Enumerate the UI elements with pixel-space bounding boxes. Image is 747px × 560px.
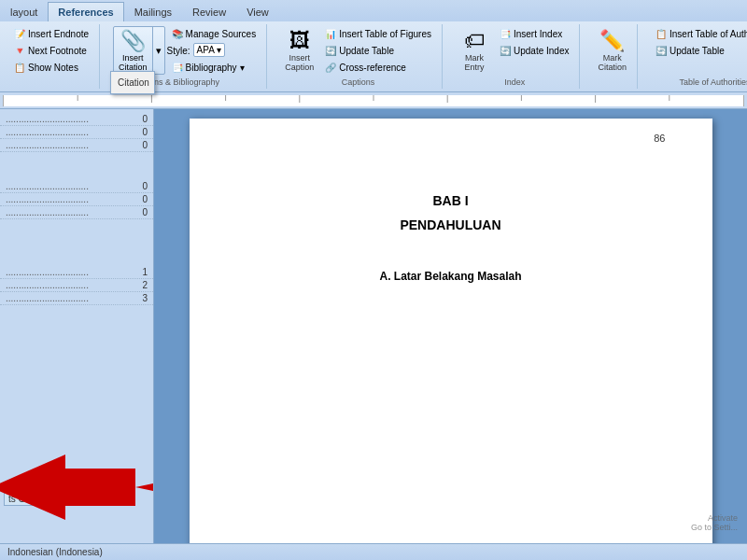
show-notes-icon: 📋 xyxy=(14,63,25,73)
table-authorities-group: 📋 Insert Table of Authorities 🔄 Update T… xyxy=(645,24,747,89)
tab-mailings[interactable]: Mailings xyxy=(124,2,182,21)
endnote-icon: 📝 xyxy=(14,29,25,39)
tab-review[interactable]: Review xyxy=(182,2,236,21)
insert-endnote-button[interactable]: 📝 Insert Endnote xyxy=(9,26,93,42)
update-auth-icon: 🔄 xyxy=(655,46,667,56)
activate-watermark: Activate Go to Setti... xyxy=(691,513,738,532)
list-item: ................................ 0 xyxy=(0,139,153,152)
update-index-button[interactable]: 🔄 Update Index xyxy=(495,43,574,59)
table-figures-icon: 📊 xyxy=(325,29,336,39)
ruler xyxy=(3,95,744,106)
update-index-icon: 🔄 xyxy=(500,46,511,56)
citation-dropdown-item[interactable]: Citation xyxy=(115,76,150,90)
index-group: 🏷 Mark Entry 📑 Insert Index 🔄 Update Ind… xyxy=(450,24,581,89)
gallery-label[interactable]: ts Gallery... xyxy=(4,492,60,506)
list-item: ................................ 0 xyxy=(0,126,153,139)
sidebar-panel: ................................ 0 .....… xyxy=(0,109,154,560)
svg-marker-11 xyxy=(0,455,65,520)
insert-index-button[interactable]: 📑 Insert Index xyxy=(495,26,574,42)
style-select[interactable]: APA ▾ xyxy=(193,43,225,57)
tab-layout[interactable]: layout xyxy=(0,2,48,21)
mark-citation-icon: ✏️ xyxy=(599,29,625,53)
mark-citation-buttons: ✏️ Mark Citation xyxy=(593,26,631,85)
bibliography-button[interactable]: 📑 Bibliography ▾ xyxy=(167,60,261,76)
list-item: ................................ 0 xyxy=(0,193,153,206)
spacer2 xyxy=(0,219,153,266)
list-item: ................................ 0 xyxy=(0,180,153,193)
spacer xyxy=(0,152,153,180)
style-bib-group: 📚 Manage Sources Style: APA ▾ 📑 Bibliogr… xyxy=(167,26,261,76)
document-page: 86 BAB I PENDAHULUAN A. Latar Belakang M… xyxy=(190,119,712,560)
mark-citation-group: ✏️ Mark Citation xyxy=(587,24,638,89)
list-item: ................................ 0 xyxy=(0,206,153,219)
insert-caption-button[interactable]: 🖼 Insert Caption xyxy=(280,26,318,75)
captions-group: 🖼 Insert Caption 📊 Insert Table of Figur… xyxy=(275,24,443,89)
index-label: Index xyxy=(456,77,574,87)
tabs-bar: layout References Mailings Review View xyxy=(0,0,747,21)
update-table-button[interactable]: 🔄 Update Table xyxy=(320,43,436,59)
dropdown-panel: Citation xyxy=(110,71,155,94)
table-auth-small: 📋 Insert Table of Authorities 🔄 Update T… xyxy=(651,26,747,59)
language-status: Indonesian (Indonesia) xyxy=(7,547,103,557)
update-table-auth-button[interactable]: 🔄 Update Table xyxy=(651,43,747,59)
mark-entry-icon: 🏷 xyxy=(464,29,485,53)
svg-rect-12 xyxy=(65,469,135,506)
list-item: ................................ 0 xyxy=(0,113,153,126)
insert-citation-dropdown[interactable]: ▾ xyxy=(152,27,164,74)
status-bar: Indonesian (Indonesia) xyxy=(0,543,747,560)
svg-marker-10 xyxy=(135,455,154,520)
index-small: 📑 Insert Index 🔄 Update Index xyxy=(495,26,574,59)
table-auth-buttons: 📋 Insert Table of Authorities 🔄 Update T… xyxy=(651,26,747,76)
insert-table-figures-button[interactable]: 📊 Insert Table of Figures xyxy=(320,26,436,42)
chapter-subtitle: PENDAHULUAN xyxy=(246,217,656,232)
manage-sources-button[interactable]: 📚 Manage Sources xyxy=(167,26,261,42)
citations-buttons: 📎 Insert Citation ▾ 📚 Manage Sources xyxy=(113,26,261,76)
chapter-title: BAB I xyxy=(246,193,656,208)
mark-entry-button[interactable]: 🏷 Mark Entry xyxy=(456,26,493,75)
table-auth-label: Table of Authorities xyxy=(651,77,747,87)
manage-sources-icon: 📚 xyxy=(172,29,183,39)
footnotes-buttons: 📝 Insert Endnote 🔻 Next Footnote 📋 Show … xyxy=(9,26,93,76)
tab-references[interactable]: References xyxy=(48,2,123,21)
next-footnote-icon: 🔻 xyxy=(14,46,25,56)
footnotes-group: 📝 Insert Endnote 🔻 Next Footnote 📋 Show … xyxy=(4,24,100,89)
main-area: ................................ 0 .....… xyxy=(0,109,747,560)
caption-icon: 🖼 xyxy=(289,29,310,53)
cross-ref-icon: 🔗 xyxy=(325,63,336,73)
page-number: 86 xyxy=(654,133,665,144)
show-notes-button[interactable]: 📋 Show Notes xyxy=(9,60,93,76)
table-auth-icon: 📋 xyxy=(655,29,667,39)
captions-buttons: 🖼 Insert Caption 📊 Insert Table of Figur… xyxy=(280,26,436,76)
insert-citation-main[interactable]: 📎 Insert Citation xyxy=(114,27,152,74)
ruler-svg xyxy=(4,95,743,106)
mark-citation-button[interactable]: ✏️ Mark Citation xyxy=(593,26,631,75)
content-area[interactable]: 86 BAB I PENDAHULUAN A. Latar Belakang M… xyxy=(154,109,747,560)
list-item: ................................ 2 xyxy=(0,279,153,292)
update-table-icon: 🔄 xyxy=(325,46,336,56)
index-buttons: 🏷 Mark Entry 📑 Insert Index 🔄 Update Ind… xyxy=(456,26,574,76)
red-arrow xyxy=(0,445,154,529)
cross-reference-button[interactable]: 🔗 Cross-reference xyxy=(320,60,436,76)
section-title: A. Latar Belakang Masalah xyxy=(246,270,656,283)
insert-citation-container: 📎 Insert Citation ▾ xyxy=(113,26,165,75)
insert-table-auth-button[interactable]: 📋 Insert Table of Authorities xyxy=(651,26,747,42)
ruler-area xyxy=(0,92,747,109)
captions-label: Captions xyxy=(280,77,436,87)
insert-citation-button[interactable]: 📎 Insert Citation ▾ xyxy=(113,26,165,75)
bibliography-icon: 📑 xyxy=(172,63,183,73)
citation-icon: 📎 xyxy=(120,29,146,53)
insert-index-icon: 📑 xyxy=(500,29,511,39)
captions-small: 📊 Insert Table of Figures 🔄 Update Table… xyxy=(320,26,436,76)
next-footnote-button[interactable]: 🔻 Next Footnote xyxy=(9,43,93,59)
tab-view[interactable]: View xyxy=(236,2,279,21)
style-row: Style: APA ▾ xyxy=(167,43,261,59)
list-item: ................................ 1 xyxy=(0,266,153,279)
sidebar-items: ................................ 0 .....… xyxy=(0,113,153,305)
list-item: ................................ 3 xyxy=(0,292,153,305)
